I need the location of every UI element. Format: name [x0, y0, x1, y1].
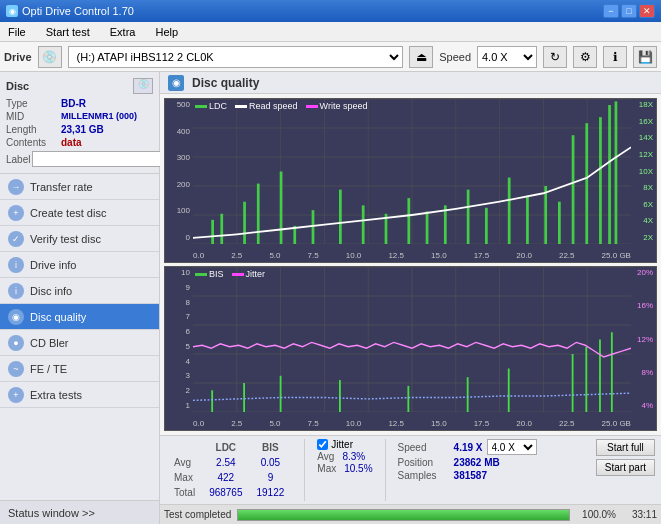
y1-label-200: 200 [165, 181, 193, 189]
svg-rect-54 [211, 390, 213, 412]
disc-quality-title: Disc quality [192, 76, 259, 90]
drive-icon-btn[interactable]: 💿 [38, 46, 62, 68]
y1r-label-16x: 16X [631, 118, 656, 126]
nav-fe-te[interactable]: ~ FE / TE [0, 356, 159, 382]
svg-rect-25 [407, 198, 410, 244]
progress-percent: 100.0% [576, 509, 616, 520]
y1r-label-12x: 12X [631, 151, 656, 159]
avg-bis: 0.05 [251, 456, 291, 469]
menu-file[interactable]: File [4, 24, 30, 40]
drive-select[interactable]: (H:) ATAPI iHBS112 2 CL0K [68, 46, 404, 68]
nav-fe-te-label: FE / TE [30, 363, 67, 375]
menu-bar: File Start test Extra Help [0, 22, 661, 42]
svg-rect-29 [485, 208, 488, 244]
nav-extra-tests[interactable]: + Extra tests [0, 382, 159, 408]
disc-quality-icon: ◉ [8, 309, 24, 325]
svg-rect-56 [280, 376, 282, 412]
disc-icon-btn[interactable]: 💿 [133, 78, 153, 94]
transfer-rate-icon: → [8, 179, 24, 195]
svg-rect-21 [312, 210, 315, 244]
speed-select[interactable]: 4.0 X [477, 46, 537, 68]
max-bis: 9 [251, 471, 291, 484]
info-button[interactable]: ℹ [603, 46, 627, 68]
save-button[interactable]: 💾 [633, 46, 657, 68]
svg-rect-15 [211, 220, 214, 244]
col-ldc-header: LDC [203, 441, 248, 454]
avg-ldc: 2.54 [203, 456, 248, 469]
right-panel: ◉ Disc quality LDC Read speed [160, 72, 661, 524]
total-ldc: 968765 [203, 486, 248, 499]
nav-drive-info[interactable]: i Drive info [0, 252, 159, 278]
maximize-button[interactable]: □ [621, 4, 637, 18]
write-speed-legend-label: Write speed [320, 101, 368, 111]
create-test-disc-icon: + [8, 205, 24, 221]
contents-value: data [61, 137, 153, 148]
position-label: Position [398, 457, 450, 468]
read-speed-legend-item: Read speed [235, 101, 298, 111]
menu-help[interactable]: Help [151, 24, 182, 40]
settings-button[interactable]: ⚙ [573, 46, 597, 68]
status-text: Test completed [164, 509, 231, 520]
contents-label: Contents [6, 137, 61, 148]
svg-rect-57 [339, 380, 341, 412]
svg-rect-55 [243, 383, 245, 412]
nav-transfer-rate[interactable]: → Transfer rate [0, 174, 159, 200]
y1-label-100: 100 [165, 207, 193, 215]
cd-bler-icon: ● [8, 335, 24, 351]
progress-time: 33:11 [622, 509, 657, 520]
mid-label: MID [6, 111, 61, 122]
total-bis: 19122 [251, 486, 291, 499]
read-speed-legend-color [235, 105, 247, 108]
svg-rect-60 [508, 369, 510, 413]
bis-chart: BIS Jitter 10 9 8 7 6 5 4 3 2 [164, 266, 657, 431]
menu-extra[interactable]: Extra [106, 24, 140, 40]
disc-quality-header-icon: ◉ [168, 75, 184, 91]
close-button[interactable]: ✕ [639, 4, 655, 18]
eject-button[interactable]: ⏏ [409, 46, 433, 68]
nav-drive-info-label: Drive info [30, 259, 76, 271]
y1-label-0: 0 [165, 234, 193, 242]
stats-bar: LDC BIS Avg 2.54 0.05 Max 422 9 Total 96… [160, 435, 661, 504]
progress-bar-container: Test completed 100.0% 33:11 [160, 504, 661, 524]
disc-section-title: Disc [6, 80, 29, 92]
nav-disc-info[interactable]: i Disc info [0, 278, 159, 304]
jitter-avg-value: 8.3% [342, 451, 365, 462]
jitter-max-label: Max [317, 463, 336, 474]
samples-value: 381587 [454, 470, 487, 481]
samples-label: Samples [398, 470, 450, 481]
max-ldc: 422 [203, 471, 248, 484]
start-part-button[interactable]: Start part [596, 459, 655, 476]
nav-cd-bler-label: CD Bler [30, 337, 69, 349]
svg-rect-59 [467, 377, 469, 412]
nav-cd-bler[interactable]: ● CD Bler [0, 330, 159, 356]
nav-verify-test-disc[interactable]: ✓ Verify test disc [0, 226, 159, 252]
jitter-checkbox[interactable] [317, 439, 328, 450]
status-window-button[interactable]: Status window >> [0, 500, 159, 524]
max-label: Max [168, 471, 201, 484]
app-title: Opti Drive Control 1.70 [22, 5, 134, 17]
speed-section-label: Speed [398, 442, 450, 453]
speed-section-select[interactable]: 4.0 X [487, 439, 537, 455]
title-bar: ◉ Opti Drive Control 1.70 − □ ✕ [0, 0, 661, 22]
jitter-legend-label: Jitter [246, 269, 266, 279]
disc-section: Disc 💿 Type BD-R MID MILLENMR1 (000) Len… [0, 72, 159, 174]
jitter-legend-item: Jitter [232, 269, 266, 279]
nav-verify-test-disc-label: Verify test disc [30, 233, 101, 245]
nav-disc-quality[interactable]: ◉ Disc quality [0, 304, 159, 330]
refresh-button[interactable]: ↻ [543, 46, 567, 68]
bis-legend-color [195, 273, 207, 276]
svg-rect-62 [585, 347, 587, 412]
y1r-label-14x: 14X [631, 134, 656, 142]
stats-table: LDC BIS Avg 2.54 0.05 Max 422 9 Total 96… [166, 439, 292, 501]
disc-quality-header: ◉ Disc quality [160, 72, 661, 94]
start-full-button[interactable]: Start full [596, 439, 655, 456]
label-input[interactable] [32, 151, 161, 167]
jitter-section-label: Jitter [331, 439, 353, 450]
svg-rect-34 [572, 135, 575, 244]
minimize-button[interactable]: − [603, 4, 619, 18]
progress-bar [237, 509, 570, 521]
y1-label-300: 300 [165, 154, 193, 162]
nav-create-test-disc[interactable]: + Create test disc [0, 200, 159, 226]
menu-start-test[interactable]: Start test [42, 24, 94, 40]
length-value: 23,31 GB [61, 124, 153, 135]
